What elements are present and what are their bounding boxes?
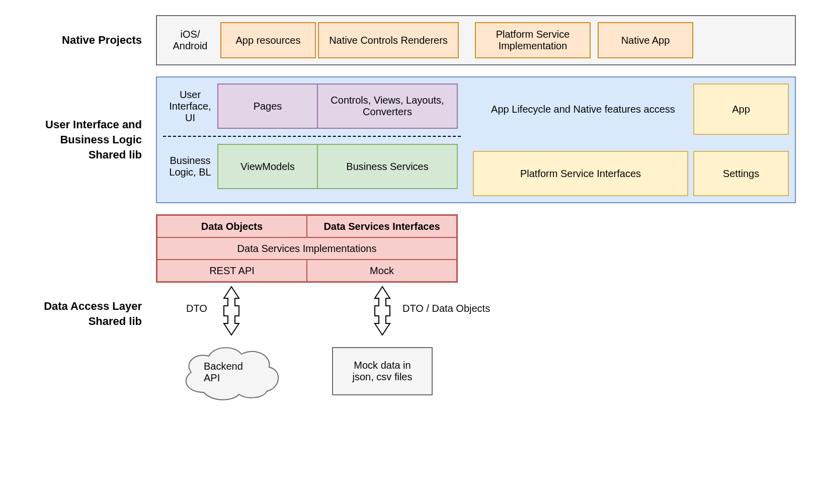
backend-api-cloud: Backend API (176, 342, 287, 402)
shared-left-panel: User Interface, UI Pages Controls, Views… (156, 76, 468, 203)
shared-right-panel: App Lifecycle and Native features access… (467, 76, 796, 203)
app-resources-box: App resources (220, 22, 316, 58)
native-projects-container: iOS/ Android App resources Native Contro… (156, 15, 796, 65)
bottom-area: DTO DTO / Data Objects Backend API Mock … (156, 283, 458, 413)
controls-views-box: Controls, Views, Layouts, Converters (317, 83, 458, 129)
ios-android-label: iOS/ Android (163, 22, 217, 58)
data-objects-header: Data Objects (157, 215, 307, 237)
settings-box: Settings (693, 151, 789, 196)
app-box: App (693, 83, 789, 135)
mock-cell: Mock (307, 260, 457, 282)
dto-left-label: DTO (186, 303, 207, 314)
pages-box: Pages (217, 83, 318, 129)
ui-section-label: User Interface, UI (163, 83, 217, 129)
bl-section-label: Business Logic, BL (163, 144, 217, 189)
native-projects-label: Native Projects (20, 15, 156, 65)
native-app-box: Native App (598, 22, 693, 58)
double-arrow-left-icon (219, 286, 244, 336)
data-services-interfaces-header: Data Services Interfaces (307, 215, 457, 237)
platform-service-interfaces-box: Platform Service Interfaces (473, 151, 688, 196)
app-lifecycle-label: App Lifecycle and Native features access (473, 83, 693, 135)
mock-data-box: Mock data in json, csv files (332, 347, 433, 395)
viewmodels-box: ViewModels (217, 144, 318, 189)
rest-api-cell: REST API (157, 260, 307, 282)
shared-lib-label: User Interface and Business Logic Shared… (20, 76, 156, 203)
native-controls-renderers-box: Native Controls Renderers (318, 22, 459, 58)
dal-table: Data Objects Data Services Interfaces Da… (156, 214, 458, 283)
dashed-divider (163, 136, 461, 137)
backend-api-text: Backend API (204, 361, 259, 384)
double-arrow-right-icon (370, 286, 395, 336)
dal-label: Data Access Layer Shared lib (20, 214, 156, 413)
shared-lib-container: User Interface, UI Pages Controls, Views… (156, 76, 796, 203)
business-services-box: Business Services (317, 144, 458, 189)
dto-right-label: DTO / Data Objects (402, 303, 513, 314)
data-services-implementations-cell: Data Services Implementations (157, 237, 457, 260)
platform-service-implementation-box: Platform Service Implementation (475, 22, 591, 58)
